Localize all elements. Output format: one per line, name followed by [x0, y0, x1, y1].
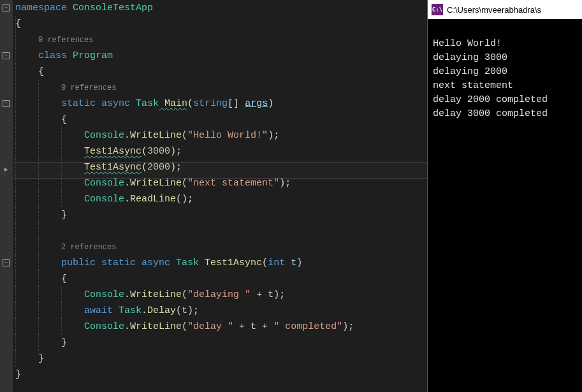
code-line[interactable]: { — [15, 64, 427, 80]
code-lens[interactable]: 2 references — [15, 239, 427, 255]
code-line[interactable]: { — [15, 271, 427, 287]
code-line[interactable]: Test1Async(3000); — [15, 143, 427, 159]
code-line[interactable]: } — [15, 367, 427, 382]
code-line[interactable]: Console.WriteLine("next statement"); — [15, 175, 427, 191]
code-line[interactable]: } — [15, 207, 427, 223]
fold-icon[interactable]: − — [3, 4, 10, 11]
console-line: next statement — [433, 80, 513, 91]
code-line[interactable]: } — [15, 335, 427, 351]
console-titlebar[interactable]: C:\ C:\Users\mveerabhadra\s — [428, 0, 582, 19]
code-line[interactable]: Test1Async(2000); — [15, 159, 427, 175]
code-editor[interactable]: − − − ► − namespace ConsoleTestApp { 0 r… — [0, 0, 427, 392]
fold-icon[interactable]: − — [3, 259, 10, 266]
console-path: C:\Users\mveerabhadra\s — [447, 5, 541, 15]
fold-icon[interactable]: − — [3, 52, 10, 59]
code-line[interactable]: } — [15, 351, 427, 367]
code-line[interactable]: namespace ConsoleTestApp — [15, 0, 427, 16]
code-line[interactable]: Console.ReadLine(); — [15, 191, 427, 207]
code-area[interactable]: namespace ConsoleTestApp { 0 references … — [13, 0, 427, 392]
console-icon: C:\ — [432, 4, 443, 15]
console-line: delay 3000 completed — [433, 108, 548, 119]
console-line: delaying 3000 — [433, 52, 507, 63]
code-line[interactable]: public static async Task Test1Async(int … — [15, 255, 427, 271]
code-line[interactable]: static async Task Main(string[] args) — [15, 96, 427, 112]
code-line[interactable] — [15, 223, 427, 239]
code-line[interactable]: Console.WriteLine("delaying " + t); — [15, 287, 427, 303]
fold-icon[interactable]: − — [3, 100, 10, 107]
console-window: C:\ C:\Users\mveerabhadra\s Hello World!… — [427, 0, 582, 392]
console-line: delay 2000 completed — [433, 94, 548, 105]
gutter: − − − ► − — [0, 0, 13, 392]
code-line[interactable]: { — [15, 112, 427, 127]
code-line[interactable]: await Task.Delay(t); — [15, 303, 427, 319]
console-line: delaying 2000 — [433, 66, 507, 77]
code-line[interactable]: { — [15, 16, 427, 32]
code-lens[interactable]: 0 references — [15, 32, 427, 48]
console-line: Hello World! — [433, 38, 502, 49]
code-line[interactable]: class Program — [15, 48, 427, 64]
arrow-icon[interactable]: ► — [3, 166, 10, 173]
code-line[interactable]: Console.WriteLine("delay " + t + " compl… — [15, 319, 427, 335]
console-output[interactable]: Hello World! delaying 3000 delaying 2000… — [428, 19, 582, 139]
code-line[interactable]: Console.WriteLine("Hello World!"); — [15, 127, 427, 143]
code-lens[interactable]: 0 references — [15, 80, 427, 96]
